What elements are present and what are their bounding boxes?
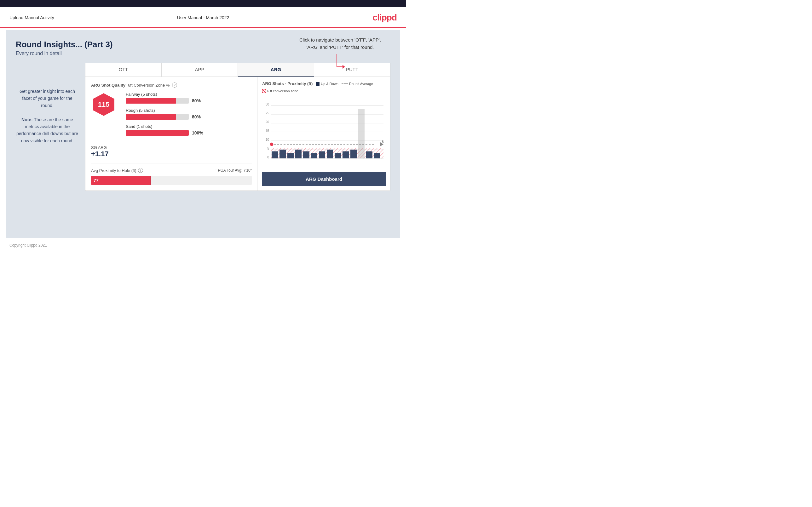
rough-pct: 80% (192, 114, 204, 119)
card-left: ARG Shot Quality 6ft Conversion Zone % ? (85, 77, 258, 190)
svg-rect-34 (374, 153, 380, 158)
manual-label: User Manual - March 2022 (177, 15, 230, 20)
sand-label: Sand (1 shots) (126, 124, 252, 129)
content-row: Get greater insight into each facet of y… (16, 63, 391, 191)
nav-hint-area: Click to navigate between 'OTT', 'APP','… (299, 37, 381, 75)
bar-row-rough: Rough (5 shots) 80% (126, 108, 252, 120)
chart-header: ARG Shots - Proximity (ft) Up & Down Rou… (262, 81, 386, 93)
pga-avg: ↑ PGA Tour Avg: 7'10" (215, 168, 252, 173)
shot-quality-title: ARG Shot Quality (91, 83, 125, 88)
proximity-bar-track: 77' (91, 176, 252, 185)
svg-rect-27 (319, 152, 325, 158)
svg-rect-21 (271, 152, 278, 158)
rough-label: Rough (5 shots) (126, 108, 252, 113)
legend-dash (342, 83, 348, 84)
rough-bar-track: 80% (126, 114, 252, 120)
chart-title: ARG Shots - Proximity (ft) (262, 81, 313, 86)
copyright: Copyright Clippd 2021 (9, 243, 47, 247)
fairway-pct: 80% (192, 98, 204, 103)
left-text-1: Get greater insight into each facet of y… (16, 89, 78, 143)
svg-text:5: 5 (267, 147, 269, 150)
rough-bar-fill (126, 114, 176, 120)
legend-conversion-zone-label: 6 ft conversion zone (267, 89, 298, 93)
rough-bar-outer (126, 114, 189, 120)
fairway-bar-track: 80% (126, 98, 252, 104)
hexagon-container: 115 Fairway (5 shots) (91, 92, 252, 140)
legend-hatch-square (262, 89, 266, 93)
legend-conversion-zone: 6 ft conversion zone (262, 89, 298, 93)
legend-round-avg-label: Round Average (349, 82, 373, 86)
tab-app[interactable]: APP (162, 63, 238, 76)
arg-dashboard-btn[interactable]: ARG Dashboard (262, 172, 386, 186)
svg-text:20: 20 (266, 120, 269, 124)
svg-rect-31 (350, 150, 357, 158)
sand-bar-track: 100% (126, 130, 252, 136)
nav-hint-text: Click to navigate between 'OTT', 'APP','… (299, 37, 381, 51)
svg-rect-22 (280, 150, 286, 158)
svg-rect-26 (311, 153, 317, 158)
nav-hint-arrow (331, 53, 349, 75)
svg-rect-23 (287, 153, 294, 158)
legend-up-down-label: Up & Down (321, 82, 339, 86)
left-panel: Get greater insight into each facet of y… (16, 63, 79, 144)
svg-text:15: 15 (266, 129, 269, 132)
proximity-cursor (151, 176, 151, 185)
svg-rect-25 (303, 152, 309, 158)
legend-up-down: Up & Down (316, 82, 339, 86)
left-panel-text: Get greater insight into each facet of y… (16, 88, 79, 144)
legend-up-down-square (316, 82, 319, 86)
fairway-bar-outer (126, 98, 189, 104)
svg-rect-32 (358, 109, 365, 158)
svg-text:0: 0 (267, 156, 269, 159)
proximity-title: Avg Proximity to Hole (ft) ? (91, 168, 143, 173)
note-label: Note: (21, 117, 33, 122)
fairway-bar-fill (126, 98, 176, 104)
proximity-section: Avg Proximity to Hole (ft) ? ↑ PGA Tour … (91, 163, 252, 185)
svg-text:8: 8 (382, 140, 384, 144)
svg-text:10: 10 (266, 138, 269, 142)
section-header: ARG Shot Quality 6ft Conversion Zone % ? (91, 82, 252, 88)
tab-ott[interactable]: OTT (85, 63, 162, 76)
svg-rect-29 (335, 153, 341, 158)
svg-text:25: 25 (266, 111, 269, 115)
proximity-label: Avg Proximity to Hole (ft) (91, 168, 137, 173)
hexagon-value: 115 (98, 101, 110, 109)
arg-chart-svg: 0 5 10 15 20 25 30 (262, 96, 385, 165)
logo: clippd (373, 13, 397, 23)
card-right: ARG Shots - Proximity (ft) Up & Down Rou… (258, 77, 390, 190)
fairway-label: Fairway (5 shots) (126, 92, 252, 97)
proximity-header: Avg Proximity to Hole (ft) ? ↑ PGA Tour … (91, 168, 252, 173)
hexagon: 115 (91, 92, 116, 117)
top-bar (0, 0, 406, 7)
conversion-zone-label: 6ft Conversion Zone % (128, 83, 169, 88)
svg-text:30: 30 (266, 103, 269, 106)
svg-rect-24 (295, 150, 302, 158)
card-body: ARG Shot Quality 6ft Conversion Zone % ? (85, 77, 390, 190)
header: Upload Manual Activity User Manual - Mar… (0, 7, 406, 28)
svg-rect-28 (327, 150, 333, 158)
proximity-bar-text: 77' (94, 178, 100, 183)
svg-rect-30 (343, 152, 349, 158)
shot-bars: Fairway (5 shots) 80% Rough (5 shots) (126, 92, 252, 140)
footer: Copyright Clippd 2021 (0, 240, 406, 250)
svg-marker-2 (343, 65, 345, 69)
sand-bar-fill (126, 130, 189, 136)
svg-rect-33 (366, 152, 372, 158)
bar-row-sand: Sand (1 shots) 100% (126, 124, 252, 136)
main-card: OTT APP ARG PUTT ARG Shot Quality 6ft Co… (85, 63, 391, 191)
svg-point-36 (270, 143, 273, 146)
sand-bar-outer (126, 130, 189, 136)
proximity-help-icon[interactable]: ? (138, 168, 143, 173)
proximity-bar-fill: 77' (91, 176, 151, 185)
chart-area: 0 5 10 15 20 25 30 (262, 96, 386, 169)
sg-section: SG ARG +1.17 (91, 145, 252, 158)
main-content: Round Insights... (Part 3) Every round i… (6, 30, 400, 238)
sand-pct: 100% (192, 130, 204, 135)
bar-row-fairway: Fairway (5 shots) 80% (126, 92, 252, 104)
sg-value: +1.17 (91, 150, 252, 158)
help-icon[interactable]: ? (172, 82, 177, 88)
legend-round-avg: Round Average (342, 82, 373, 86)
sg-label: SG ARG (91, 145, 252, 150)
upload-label[interactable]: Upload Manual Activity (9, 15, 54, 20)
hexagon-badge: 115 (91, 92, 116, 117)
